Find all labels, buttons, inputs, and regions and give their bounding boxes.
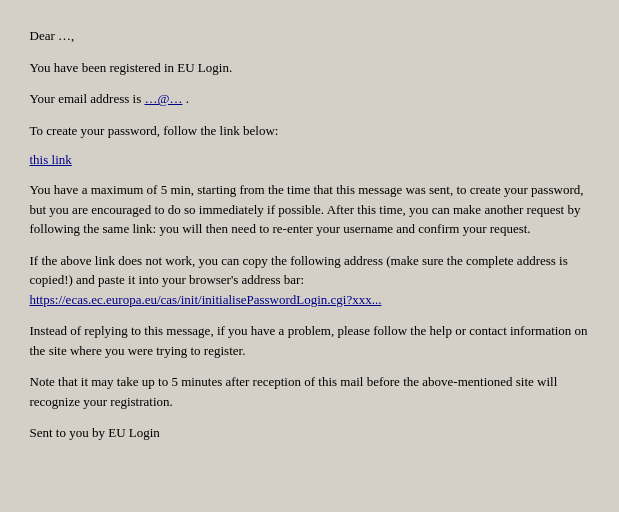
greeting-text: Dear …, <box>30 28 75 43</box>
email-prefix: Your email address is <box>30 91 145 106</box>
sent-by-text: Sent to you by EU Login <box>30 425 160 440</box>
instead-text: Instead of replying to this message, if … <box>30 323 588 358</box>
greeting: Dear …, <box>30 26 590 46</box>
this-link[interactable]: this link <box>30 152 590 168</box>
password-intro-paragraph: To create your password, follow the link… <box>30 121 590 141</box>
sent-by-paragraph: Sent to you by EU Login <box>30 423 590 443</box>
max-time-text: You have a maximum of 5 min, starting fr… <box>30 182 584 236</box>
email-body: Dear …, You have been registered in EU L… <box>20 10 600 465</box>
url-link[interactable]: https://ecas.ec.europa.eu/cas/init/initi… <box>30 292 382 307</box>
if-above-intro: If the above link does not work, you can… <box>30 253 568 288</box>
note-text: Note that it may take up to 5 minutes af… <box>30 374 558 409</box>
password-intro-text: To create your password, follow the link… <box>30 123 279 138</box>
instead-paragraph: Instead of replying to this message, if … <box>30 321 590 360</box>
email-address-paragraph: Your email address is …@… . <box>30 89 590 109</box>
if-above-paragraph: If the above link does not work, you can… <box>30 251 590 310</box>
note-paragraph: Note that it may take up to 5 minutes af… <box>30 372 590 411</box>
registered-paragraph: You have been registered in EU Login. <box>30 58 590 78</box>
max-time-paragraph: You have a maximum of 5 min, starting fr… <box>30 180 590 239</box>
email-suffix: . <box>182 91 189 106</box>
email-address-link[interactable]: …@… <box>144 91 182 106</box>
registered-text: You have been registered in EU Login. <box>30 60 233 75</box>
